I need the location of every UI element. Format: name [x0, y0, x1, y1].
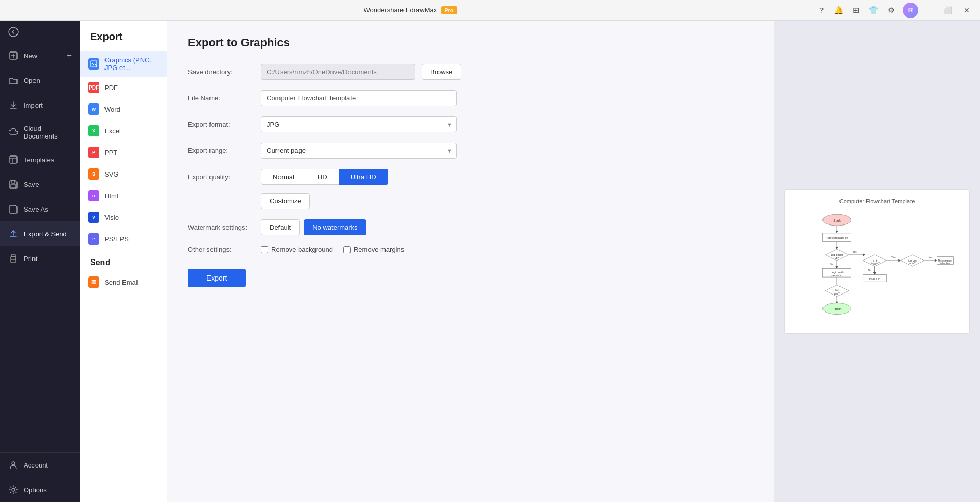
- sidebar-item-import[interactable]: Import: [0, 93, 80, 117]
- svg-rect-5: [10, 156, 17, 163]
- pro-badge: Pro: [441, 6, 457, 14]
- preview-panel: Computer Flowchart Template Start Turn c…: [774, 21, 980, 502]
- customize-button[interactable]: Customize: [261, 193, 310, 209]
- sidebar-item-print[interactable]: Print: [0, 246, 80, 271]
- remove-background-checkbox[interactable]: [261, 246, 268, 253]
- close-button[interactable]: ✕: [959, 3, 974, 18]
- remove-margins-checkbox[interactable]: [343, 246, 351, 253]
- minimize-button[interactable]: –: [922, 3, 937, 18]
- sidebar-item-saveas[interactable]: Save As: [0, 197, 80, 221]
- maximize-button[interactable]: ⬜: [941, 3, 955, 18]
- export-item-pseps[interactable]: P PS/EPS: [80, 228, 167, 250]
- help-icon-btn[interactable]: ?: [814, 3, 829, 18]
- export-item-excel[interactable]: X Excel: [80, 120, 167, 142]
- sidebar-item-account[interactable]: Account: [0, 453, 80, 477]
- svg-text:up?: up?: [835, 256, 839, 259]
- sidebar-item-back[interactable]: [0, 21, 80, 43]
- import-icon: [8, 100, 19, 110]
- export-panel: Export Graphics (PNG, JPG et... PDF PDF …: [80, 21, 167, 502]
- other-settings-group: Remove background Remove margins: [261, 246, 457, 253]
- sidebar-import-label: Import: [24, 101, 43, 109]
- titlebar-center: Wondershare EdrawMax Pro: [363, 6, 457, 14]
- cloud-icon: [8, 127, 19, 137]
- export-quality-row: Export quality: Normal HD Ultra HD Custo…: [188, 169, 754, 209]
- sidebar-item-templates[interactable]: Templates: [0, 147, 80, 172]
- export-item-ppt[interactable]: P PPT: [80, 142, 167, 163]
- settings-icon-btn[interactable]: ⚙: [884, 3, 899, 18]
- file-name-input[interactable]: [261, 90, 457, 106]
- new-icon: [8, 50, 19, 61]
- preview-title: Computer Flowchart Template: [793, 198, 961, 204]
- svg-point-13: [15, 258, 16, 259]
- save-directory-input[interactable]: [261, 64, 415, 80]
- templates-icon: [8, 154, 19, 165]
- sidebar-item-save[interactable]: Save: [0, 172, 80, 197]
- quality-ultrahd-btn[interactable]: Ultra HD: [339, 169, 388, 185]
- quality-hd-btn[interactable]: HD: [306, 169, 339, 185]
- svg-text:Did it boot: Did it boot: [831, 253, 843, 256]
- grid-icon-btn[interactable]: ⊞: [849, 3, 864, 18]
- svg-text:is broken: is broken: [940, 262, 950, 265]
- watermark-label: Watermark settings:: [188, 223, 255, 231]
- export-btn-row: Export: [188, 269, 754, 287]
- excel-label: Excel: [104, 127, 121, 135]
- export-item-email[interactable]: ✉ Send Email: [80, 271, 167, 293]
- pseps-icon: P: [88, 233, 99, 245]
- export-item-pdf[interactable]: PDF PDF: [80, 77, 167, 98]
- other-settings-label: Other settings:: [188, 246, 255, 253]
- svg-text:Plug it in: Plug it in: [869, 276, 880, 280]
- svg-marker-29: [863, 253, 866, 256]
- svg-point-15: [12, 488, 15, 491]
- sidebar: New + Open Import: [0, 21, 80, 502]
- save-directory-label: Save directory:: [188, 68, 255, 76]
- other-settings-row: Other settings: Remove background Remove…: [188, 246, 754, 253]
- export-format-select[interactable]: PNG JPG BMP GIF TIFF SVG: [261, 116, 457, 132]
- sidebar-print-label: Print: [24, 255, 38, 263]
- email-icon: ✉: [88, 276, 99, 288]
- watermark-none-btn[interactable]: No watermarks: [304, 219, 366, 235]
- svg-rect-12: [11, 255, 15, 257]
- quality-group: Normal HD Ultra HD: [261, 169, 457, 185]
- new-plus-icon: +: [67, 51, 72, 60]
- export-range-select[interactable]: Current page All pages Selected pages: [261, 143, 457, 159]
- sidebar-save-label: Save: [24, 181, 39, 188]
- file-name-label: File Name:: [188, 94, 255, 102]
- svg-text:Yes: Yes: [891, 256, 896, 259]
- svg-text:Find: Find: [835, 289, 839, 291]
- sidebar-item-cloud[interactable]: Cloud Documents: [0, 117, 80, 147]
- svg-text:No: No: [830, 263, 833, 266]
- content-area: Export to Graphics Save directory: Brows…: [167, 21, 980, 502]
- sidebar-open-label: Open: [24, 77, 40, 84]
- svg-rect-9: [11, 185, 16, 188]
- export-item-word[interactable]: W Word: [80, 98, 167, 120]
- export-item-visio[interactable]: V Visio: [80, 206, 167, 228]
- sidebar-item-export[interactable]: Export & Send: [0, 221, 80, 246]
- svg-marker-50: [935, 259, 937, 262]
- visio-label: Visio: [104, 214, 119, 221]
- email-label: Send Email: [104, 279, 138, 286]
- remove-margins-label[interactable]: Remove margins: [343, 246, 404, 253]
- titlebar: Wondershare EdrawMax Pro ? 🔔 ⊞ 👕 ⚙ R – ⬜…: [0, 0, 980, 21]
- remove-background-label[interactable]: Remove background: [261, 246, 333, 253]
- sidebar-item-new[interactable]: New +: [0, 43, 80, 68]
- svg-text:Turn computer on: Turn computer on: [826, 236, 848, 239]
- export-item-svg[interactable]: S SVG: [80, 163, 167, 185]
- avatar[interactable]: R: [903, 3, 918, 18]
- export-button[interactable]: Export: [188, 269, 246, 287]
- notification-icon-btn[interactable]: 🔔: [832, 3, 846, 18]
- sidebar-item-options[interactable]: Options: [0, 477, 80, 502]
- watermark-default-btn[interactable]: Default: [261, 219, 300, 235]
- save-icon: [8, 179, 19, 189]
- browse-button[interactable]: Browse: [422, 64, 461, 80]
- export-item-html[interactable]: H Html: [80, 185, 167, 206]
- sidebar-export-label: Export & Send: [24, 230, 67, 238]
- word-icon: W: [88, 103, 99, 115]
- html-icon: H: [88, 190, 99, 201]
- quality-normal-btn[interactable]: Normal: [261, 169, 306, 185]
- svg-text:Are you: Are you: [908, 259, 917, 262]
- pdf-label: PDF: [104, 84, 118, 92]
- export-item-graphics[interactable]: Graphics (PNG, JPG et...: [80, 51, 167, 77]
- theme-icon-btn[interactable]: 👕: [867, 3, 881, 18]
- save-directory-row: Save directory: Browse: [188, 64, 754, 80]
- sidebar-item-open[interactable]: Open: [0, 68, 80, 93]
